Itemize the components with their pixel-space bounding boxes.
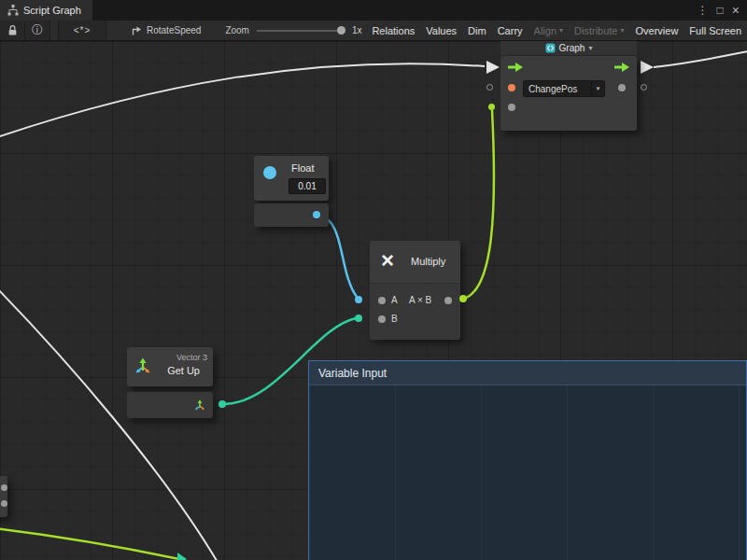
unconnected-port-right[interactable]: [641, 84, 647, 91]
graph-node[interactable]: ChangePos ▼: [500, 56, 637, 131]
wire-flow-in[interactable]: [0, 63, 485, 138]
multiply-result-port[interactable]: [444, 297, 452, 304]
multiply-node[interactable]: × Multiply A A × B B: [370, 241, 460, 339]
button-label: Dim: [468, 25, 486, 36]
float-type-icon: [263, 166, 276, 179]
vector3-axes-icon: [134, 357, 151, 374]
toolbar-button-dim[interactable]: Dim: [462, 21, 492, 41]
button-label: Overview: [636, 25, 679, 36]
tab-script-graph[interactable]: Script Graph: [0, 0, 92, 21]
float-node-title: Float: [291, 162, 314, 174]
multiply-icon: ×: [381, 248, 394, 273]
changepos-value-port[interactable]: [508, 84, 515, 91]
offscreen-node-port[interactable]: [1, 500, 7, 507]
vector3-type-label: Vector 3: [176, 353, 207, 362]
vector3-node-body[interactable]: [127, 392, 213, 418]
button-label: Full Screen: [689, 25, 741, 36]
tab-title: Script Graph: [23, 5, 81, 16]
graph-icon: [545, 43, 556, 53]
code-view-button[interactable]: <*>: [58, 21, 106, 40]
unconnected-port-left[interactable]: [486, 84, 493, 91]
toolbar-button-overview[interactable]: Overview: [630, 21, 684, 41]
flow-arrowhead-in: [486, 61, 500, 74]
variable-input-header[interactable]: Variable Input: [309, 361, 746, 385]
info-icon: ⓘ: [32, 22, 43, 38]
offscreen-node[interactable]: [0, 476, 7, 517]
toolbar-buttons: Relations Values Dim Carry Align▾ Distri…: [366, 21, 747, 41]
graph-node-header[interactable]: Graph ▾: [500, 41, 637, 55]
float-value-field[interactable]: 0.01: [289, 178, 326, 194]
float-node-body[interactable]: [254, 203, 329, 227]
wire-green-bottom[interactable]: [0, 528, 179, 559]
wire-float-to-multiply[interactable]: [318, 215, 357, 297]
tab-bar: Script Graph ⋮ □ ×: [0, 0, 747, 21]
float-node-header[interactable]: Float 0.01: [254, 156, 329, 201]
flow-in-port-icon[interactable]: [508, 63, 523, 72]
window-buttons: ⋮ □ ×: [698, 0, 747, 21]
variable-input-body[interactable]: [309, 385, 746, 560]
multiply-ports-area: A A × B B: [370, 283, 460, 340]
button-label: Relations: [372, 25, 415, 36]
graph-reference[interactable]: RotateSpeed: [131, 25, 201, 36]
button-label: Align: [534, 25, 557, 36]
dropdown-caret-icon: ▼: [591, 81, 604, 96]
multiply-result-label: A × B: [409, 295, 431, 305]
toolbar-button-fullscreen[interactable]: Full Screen: [684, 21, 747, 41]
info-button[interactable]: ⓘ: [25, 21, 50, 40]
chevron-down-icon: ▾: [621, 26, 625, 35]
lock-button[interactable]: [0, 21, 25, 40]
zoom-slider-knob[interactable]: [337, 26, 345, 35]
wire-green-bottom-arrowhead: [177, 553, 187, 560]
graph-canvas[interactable]: Graph ▾ ChangePos ▼ Float 0.: [0, 41, 747, 560]
offscreen-node-port[interactable]: [1, 484, 7, 491]
variable-input-title: Variable Input: [318, 367, 387, 380]
toolbar-button-carry[interactable]: Carry: [492, 21, 529, 41]
float-output-port[interactable]: [313, 211, 320, 218]
multiply-b-port[interactable]: [378, 315, 386, 323]
multiply-b-wire-end[interactable]: [355, 315, 362, 322]
flow-out-port-icon[interactable]: [614, 63, 629, 72]
graph-name: RotateSpeed: [147, 25, 201, 35]
code-icon: <*>: [74, 25, 92, 35]
unit-icon: [131, 25, 142, 36]
multiply-a-wire-end[interactable]: [355, 296, 362, 303]
variable-dropdown[interactable]: ChangePos ▼: [523, 80, 605, 97]
value-out-port[interactable]: [618, 84, 626, 91]
maximize-icon[interactable]: □: [717, 0, 724, 21]
vector3-node-title: Get Up: [167, 365, 200, 376]
multiply-node-title: Multiply: [411, 256, 445, 267]
zoom-slider[interactable]: [257, 30, 343, 32]
multiply-result-wire-start[interactable]: [459, 295, 467, 302]
input-port[interactable]: [508, 104, 515, 111]
float-value: 0.01: [298, 181, 316, 191]
button-label: Values: [426, 25, 457, 36]
multiply-b-label: B: [391, 314, 398, 324]
wire-flow-out[interactable]: [654, 50, 747, 67]
close-icon[interactable]: ×: [732, 0, 740, 21]
zoom-control: Zoom 1x: [225, 25, 361, 35]
multiply-a-port[interactable]: [378, 297, 386, 304]
vector3-node-header[interactable]: Vector 3 Get Up: [127, 347, 213, 386]
zoom-label: Zoom: [225, 25, 249, 35]
script-graph-icon: [7, 5, 19, 16]
zoom-value: 1x: [352, 25, 362, 35]
toolbar-button-distribute[interactable]: Distribute▾: [569, 21, 629, 41]
graph-toolbar: ⓘ <*> RotateSpeed Zoom 1x Relations Valu…: [0, 21, 747, 41]
toolbar-button-relations[interactable]: Relations: [366, 21, 420, 41]
script-graph-window: Script Graph ⋮ □ × ⓘ <*> RotateSpeed: [0, 0, 747, 560]
button-label: Carry: [498, 25, 523, 36]
variable-input-panel: Variable Input: [308, 360, 747, 560]
menu-icon[interactable]: ⋮: [698, 0, 709, 21]
button-label: Distribute: [574, 25, 617, 36]
chevron-down-icon: ▾: [559, 26, 563, 35]
chevron-down-icon: ▾: [588, 44, 592, 52]
toolbar-button-values[interactable]: Values: [420, 21, 462, 41]
flow-arrowhead-out: [641, 61, 654, 74]
lock-icon: [7, 24, 18, 36]
vector3-output-icon: [194, 399, 205, 411]
vector3-output-port[interactable]: [218, 400, 226, 408]
lime-wire-end-port[interactable]: [488, 104, 495, 110]
wire-multiply-to-changepos[interactable]: [464, 110, 494, 299]
wire-diagonal[interactable]: [0, 286, 218, 560]
toolbar-button-align[interactable]: Align▾: [529, 21, 569, 41]
